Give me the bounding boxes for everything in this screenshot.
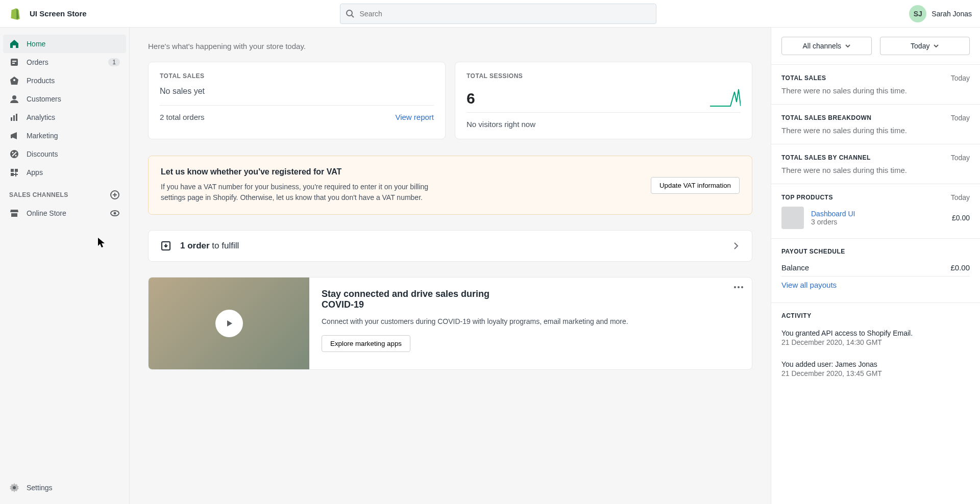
store-icon bbox=[9, 208, 19, 218]
balance-amount: £0.00 bbox=[950, 263, 970, 272]
caret-down-icon bbox=[845, 44, 850, 47]
promo-text: Connect with your customers during COVID… bbox=[322, 316, 740, 327]
avatar: SJ bbox=[909, 5, 926, 22]
chevron-right-icon bbox=[731, 241, 741, 250]
product-amount: £0.00 bbox=[952, 214, 970, 222]
card-label: TOTAL SESSIONS bbox=[467, 72, 741, 80]
user-menu[interactable]: SJ Sarah Jonas bbox=[909, 5, 972, 22]
store-name: UI Screen Store bbox=[30, 9, 87, 18]
sidebar-item-label: Customers bbox=[27, 95, 61, 103]
sidebar-item-customers[interactable]: Customers bbox=[3, 90, 126, 108]
activity-item: You granted API access to Shopify Email.… bbox=[781, 323, 970, 351]
svg-rect-8 bbox=[13, 115, 15, 121]
banner-title: Let us know whether you've registered fo… bbox=[161, 167, 436, 177]
aside-total-sales: TOTAL SALESToday There were no sales dur… bbox=[771, 65, 980, 105]
sidebar-item-label: Discounts bbox=[27, 150, 58, 158]
sessions-value: 6 bbox=[467, 90, 475, 107]
activity-item: You added user: James Jonas 21 December … bbox=[781, 355, 970, 383]
svg-point-12 bbox=[12, 152, 14, 154]
sidebar-item-label: Online Store bbox=[27, 209, 66, 217]
svg-rect-14 bbox=[11, 169, 14, 172]
fulfill-icon bbox=[160, 240, 172, 252]
svg-rect-9 bbox=[16, 114, 17, 121]
shopify-logo-icon bbox=[8, 7, 21, 20]
total-sales-card: TOTAL SALES No sales yet 2 total orders … bbox=[148, 62, 446, 139]
svg-point-23 bbox=[738, 286, 740, 288]
svg-point-19 bbox=[114, 212, 116, 215]
svg-point-5 bbox=[13, 79, 15, 81]
orders-icon bbox=[9, 57, 19, 67]
explore-marketing-button[interactable]: Explore marketing apps bbox=[322, 335, 410, 352]
main-content: Here's what's happening with your store … bbox=[130, 28, 771, 504]
user-name: Sarah Jonas bbox=[932, 10, 972, 18]
view-payouts-link[interactable]: View all payouts bbox=[781, 281, 837, 289]
fulfill-card[interactable]: 1 order to fulfill bbox=[148, 230, 752, 262]
channel-select[interactable]: All channels bbox=[781, 37, 872, 55]
page-subtitle: Here's what's happening with your store … bbox=[148, 42, 752, 51]
sidebar-item-products[interactable]: Products bbox=[3, 71, 126, 90]
sidebar-item-apps[interactable]: Apps bbox=[3, 163, 126, 182]
aside-sales-breakdown: TOTAL SALES BREAKDOWNToday There were no… bbox=[771, 105, 980, 144]
aside-payout: PAYOUT SCHEDULE Balance £0.00 View all p… bbox=[771, 239, 980, 303]
more-options-icon[interactable] bbox=[733, 286, 744, 289]
aside-top-products: TOP PRODUCTSToday Dashboard UI 3 orders … bbox=[771, 184, 980, 239]
card-label: TOTAL SALES bbox=[160, 72, 434, 80]
sidebar-item-label: Marketing bbox=[27, 132, 58, 140]
sidebar: Home Orders 1 Products Customers Analyti… bbox=[0, 28, 130, 504]
sales-channels-heading: SALES CHANNELS bbox=[3, 182, 126, 204]
sidebar-item-label: Analytics bbox=[27, 113, 55, 121]
aside-activity: ACTIVITY You granted API access to Shopi… bbox=[771, 303, 980, 392]
sidebar-item-analytics[interactable]: Analytics bbox=[3, 108, 126, 127]
add-channel-icon[interactable] bbox=[110, 190, 120, 200]
sidebar-item-marketing[interactable]: Marketing bbox=[3, 127, 126, 145]
date-select[interactable]: Today bbox=[880, 37, 970, 55]
aside-panel: All channels Today TOTAL SALESToday Ther… bbox=[771, 28, 980, 504]
total-orders-text: 2 total orders bbox=[160, 113, 205, 121]
sidebar-item-orders[interactable]: Orders 1 bbox=[3, 53, 126, 71]
sidebar-item-label: Products bbox=[27, 77, 55, 85]
fulfill-text: 1 order to fulfill bbox=[180, 241, 239, 251]
orders-badge: 1 bbox=[108, 58, 120, 66]
promo-title: Stay connected and drive sales during CO… bbox=[322, 289, 521, 310]
svg-point-13 bbox=[15, 155, 17, 157]
sessions-sparkline-icon bbox=[710, 87, 741, 107]
total-sessions-card: TOTAL SESSIONS 6 No visitors right now bbox=[455, 62, 752, 139]
sidebar-item-label: Apps bbox=[27, 168, 43, 177]
sidebar-item-label: Settings bbox=[27, 484, 53, 492]
svg-rect-4 bbox=[12, 63, 15, 64]
aside-sales-channel: TOTAL SALES BY CHANNELToday There were n… bbox=[771, 144, 980, 184]
sidebar-item-label: Home bbox=[27, 40, 45, 48]
sidebar-item-online-store[interactable]: Online Store bbox=[3, 204, 126, 222]
product-thumbnail bbox=[781, 207, 804, 229]
sidebar-item-settings[interactable]: Settings bbox=[3, 478, 126, 497]
marketing-icon bbox=[9, 131, 19, 141]
analytics-icon bbox=[9, 112, 19, 122]
sidebar-item-home[interactable]: Home bbox=[3, 35, 126, 53]
svg-rect-7 bbox=[11, 117, 12, 121]
play-icon bbox=[215, 310, 243, 337]
svg-rect-16 bbox=[11, 173, 14, 176]
view-report-link[interactable]: View report bbox=[395, 113, 434, 121]
products-icon bbox=[9, 75, 19, 86]
sidebar-item-discounts[interactable]: Discounts bbox=[3, 145, 126, 163]
gear-icon bbox=[9, 483, 19, 493]
apps-icon bbox=[9, 167, 19, 178]
search-icon bbox=[345, 9, 355, 19]
balance-label: Balance bbox=[781, 263, 809, 272]
svg-point-0 bbox=[347, 10, 352, 16]
svg-point-24 bbox=[741, 286, 743, 288]
svg-line-1 bbox=[352, 15, 354, 17]
banner-body: If you have a VAT number for your busine… bbox=[161, 182, 436, 203]
vat-banner: Let us know whether you've registered fo… bbox=[148, 156, 752, 215]
search-bar bbox=[340, 4, 656, 24]
svg-rect-3 bbox=[12, 61, 16, 62]
visitors-text: No visitors right now bbox=[467, 120, 535, 129]
svg-rect-10 bbox=[11, 135, 12, 138]
svg-rect-15 bbox=[15, 169, 18, 172]
card-value: No sales yet bbox=[160, 87, 434, 96]
search-input[interactable] bbox=[340, 4, 656, 24]
product-link[interactable]: Dashboard UI bbox=[811, 210, 855, 218]
update-vat-button[interactable]: Update VAT information bbox=[651, 177, 740, 194]
view-store-icon[interactable] bbox=[110, 208, 120, 218]
promo-video-thumbnail[interactable] bbox=[149, 278, 309, 369]
